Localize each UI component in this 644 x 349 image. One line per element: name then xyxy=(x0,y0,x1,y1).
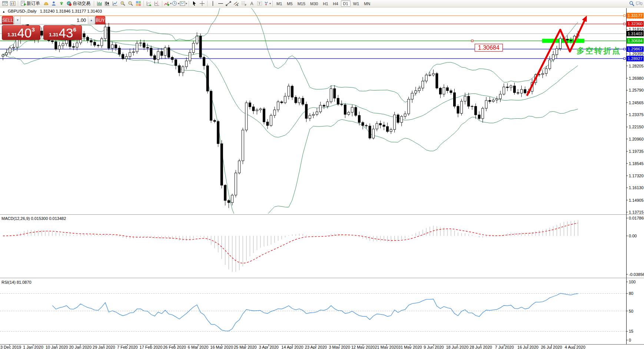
level-1.30684-badge-label: 1.30684 xyxy=(628,39,643,43)
macd-panel xyxy=(3,220,578,272)
autotrading-button[interactable]: 自动交易 xyxy=(66,0,92,7)
text-label-button[interactable]: T xyxy=(256,0,263,7)
crosshair-button[interactable] xyxy=(198,0,206,7)
level-1.32360-badge-label: 1.32360 xyxy=(628,22,643,26)
volume-decrease-button[interactable]: ▼ xyxy=(14,16,21,24)
arrows-button[interactable]: ▾ xyxy=(263,0,271,7)
chart-window: 多空转折点1.330351.318101.305851.293951.28205… xyxy=(0,7,644,349)
timeframe-button-M1[interactable]: M1 xyxy=(274,0,284,7)
candlestick-button[interactable] xyxy=(103,0,111,7)
zoom-in-button[interactable] xyxy=(119,0,126,7)
svg-text:E: E xyxy=(237,4,238,6)
ohlc-values: 1.31240 1.31846 1.31177 1.31403 xyxy=(40,9,102,13)
signals-button[interactable] xyxy=(58,0,65,7)
sell-price-display[interactable]: 1.31 40 3 xyxy=(2,25,40,40)
price-chart-canvas[interactable]: 多空转折点1.330351.318101.305851.293951.28205… xyxy=(0,7,644,349)
buy-price-display[interactable]: 1.31 43 6 xyxy=(43,25,82,40)
price-annotation-box[interactable]: 1.30684 xyxy=(475,44,503,52)
macd-signal-line xyxy=(3,223,578,263)
date-tick-label: 7 Jul 2020 xyxy=(495,345,514,349)
autotrading-icon xyxy=(66,1,72,6)
tile-windows-button[interactable] xyxy=(135,0,142,7)
new-chart-icon xyxy=(2,1,8,6)
buy-button[interactable]: BUY xyxy=(95,16,105,24)
svg-text:A: A xyxy=(250,1,253,6)
volume-input[interactable] xyxy=(21,16,88,24)
chart-symbol-title: ▲ GBPUSD-,Daily 1.31240 1.31846 1.31177 … xyxy=(2,9,102,13)
tile-windows-icon xyxy=(136,1,141,6)
vertical-line-button[interactable] xyxy=(209,0,216,7)
zoom-out-button[interactable] xyxy=(127,0,134,7)
metaeditor-button[interactable] xyxy=(42,0,50,7)
fibonacci-button[interactable]: F xyxy=(240,0,248,7)
line-end-marker xyxy=(624,15,625,17)
timeframe-toolbar: M1M5M15M30H1H4D1W1MN xyxy=(274,0,372,7)
chat-button[interactable] xyxy=(635,0,643,7)
date-tick-label: 21 May 2020 xyxy=(375,345,398,349)
equidistant-channel-button[interactable]: E xyxy=(232,0,240,7)
one-click-trade-panel: SELL ▼ ▲ BUY 1.31 40 3 1.31 43 6 xyxy=(2,16,82,47)
timeframe-button-H4[interactable]: H4 xyxy=(331,0,341,7)
new-order-button[interactable]: 新订单 xyxy=(20,0,42,7)
price-tick-label: 1.16130 xyxy=(629,185,644,190)
rsi-tick-label: 15 xyxy=(629,329,633,333)
timeframe-button-W1[interactable]: W1 xyxy=(351,0,362,7)
bars-icon xyxy=(97,1,102,6)
timeframe-button-M15[interactable]: M15 xyxy=(295,0,308,7)
clock-icon xyxy=(172,1,177,6)
price-tick-label: 1.13715 xyxy=(629,210,644,214)
date-tick-label: 25 Mar 2020 xyxy=(234,345,257,349)
timeframe-button-H1[interactable]: H1 xyxy=(321,0,330,7)
timeframe-button-MN[interactable]: MN xyxy=(362,0,372,7)
date-tick-label: 26 Jul 2020 xyxy=(541,345,562,349)
chat-icon xyxy=(636,1,643,6)
chart-shift-icon xyxy=(154,1,160,6)
collapse-arrow-icon[interactable]: ▲ xyxy=(2,10,5,13)
trendline-button[interactable] xyxy=(225,0,232,7)
cursor-button[interactable] xyxy=(190,0,198,7)
toolbar-separator xyxy=(189,1,189,6)
chart-shift-button[interactable] xyxy=(153,0,160,7)
macd-histogram xyxy=(3,220,578,272)
price-tick-label: 1.28205 xyxy=(629,64,644,68)
price-tick-label: 1.29395 xyxy=(629,52,644,56)
rsi-indicator-label: RSI(14) 81.0870 xyxy=(1,280,31,284)
line-end-marker xyxy=(624,48,625,50)
symbol-period-label: GBPUSD-,Daily xyxy=(8,9,37,13)
gold-icon xyxy=(43,1,49,6)
svg-text:T: T xyxy=(258,2,260,6)
auto-scroll-icon xyxy=(146,1,152,6)
text-button[interactable]: A xyxy=(248,0,255,7)
new-chart-button[interactable] xyxy=(1,0,9,7)
line-chart-button[interactable] xyxy=(111,0,119,7)
horizontal-line-button[interactable] xyxy=(217,0,224,7)
auto-scroll-button[interactable] xyxy=(145,0,153,7)
profiles-button[interactable] xyxy=(9,0,16,7)
signal-icon xyxy=(59,1,64,6)
date-tick-label: 6 Mar 2020 xyxy=(188,345,209,349)
search-button[interactable] xyxy=(628,0,635,7)
templates-button[interactable]: ▾ xyxy=(180,0,187,7)
date-tick-label: 17 Feb 2020 xyxy=(140,345,163,349)
price-tick-label: 1.25790 xyxy=(629,88,644,92)
date-tick-label: 1 Jan 2020 xyxy=(23,345,43,349)
price-tick-label: 1.14905 xyxy=(629,198,644,203)
macd-tick-label: 0.017865 xyxy=(629,216,644,220)
macd-tick-label: 0.00 xyxy=(629,234,637,238)
toolbar-separator xyxy=(143,1,144,6)
timeframe-button-M30[interactable]: M30 xyxy=(308,0,320,7)
volume-increase-button[interactable]: ▲ xyxy=(88,16,94,24)
timeframe-button-M5[interactable]: M5 xyxy=(285,0,295,7)
bar-chart-button[interactable] xyxy=(96,0,103,7)
rsi-tick-label: 50 xyxy=(629,309,633,313)
periods-button[interactable]: ▾ xyxy=(172,0,179,7)
buy-price-pip: 6 xyxy=(73,26,76,33)
date-tick-label: 26 Feb 2020 xyxy=(163,345,186,349)
community-button[interactable] xyxy=(50,0,57,7)
rsi-line xyxy=(52,293,578,331)
indicators-button[interactable]: ▾ xyxy=(164,0,172,7)
timeframe-button-D1[interactable]: D1 xyxy=(341,0,351,7)
sell-button[interactable]: SELL xyxy=(2,16,13,24)
dropdown-caret: ▾ xyxy=(186,2,187,5)
buy-price-big: 43 xyxy=(59,26,73,40)
